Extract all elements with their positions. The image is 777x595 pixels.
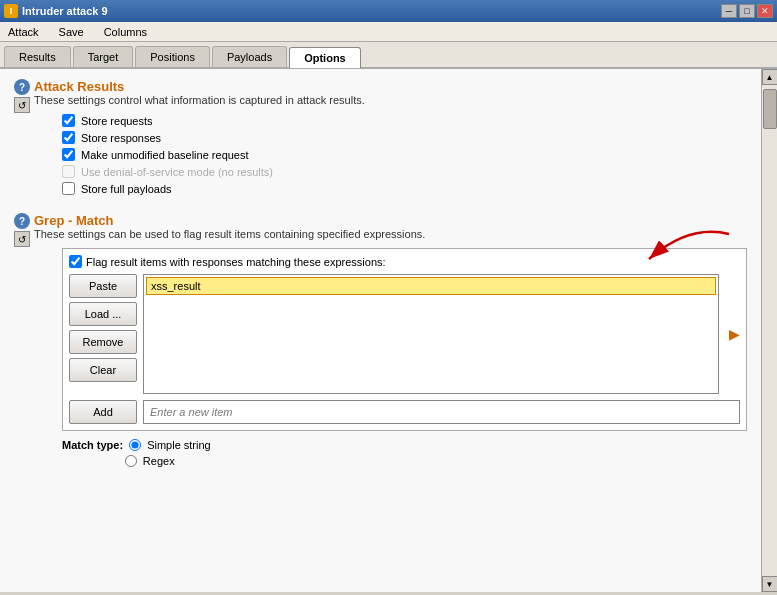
- app-icon: I: [4, 4, 18, 18]
- clear-button[interactable]: Clear: [69, 358, 137, 382]
- checkbox-baseline: Make unmodified baseline request: [62, 148, 747, 161]
- checkbox-store-requests-label: Store requests: [81, 115, 153, 127]
- attack-results-desc: These settings control what information …: [34, 94, 747, 106]
- match-simple-label: Simple string: [147, 439, 211, 451]
- maximize-button[interactable]: □: [739, 4, 755, 18]
- close-button[interactable]: ✕: [757, 4, 773, 18]
- scroll-thumb[interactable]: [763, 89, 777, 129]
- add-item-input[interactable]: [143, 400, 740, 424]
- minimize-button[interactable]: ─: [721, 4, 737, 18]
- remove-button[interactable]: Remove: [69, 330, 137, 354]
- title-bar: I Intruder attack 9 ─ □ ✕: [0, 0, 777, 22]
- menu-bar: Attack Save Columns: [0, 22, 777, 42]
- checkbox-full-payloads-input[interactable]: [62, 182, 75, 195]
- window-controls: ─ □ ✕: [721, 4, 773, 18]
- scroll-up-arrow[interactable]: ▲: [762, 69, 778, 85]
- tab-options[interactable]: Options: [289, 47, 361, 68]
- paste-button[interactable]: Paste: [69, 274, 137, 298]
- match-type-section: Match type: Simple string Match type: Re…: [62, 439, 747, 467]
- refresh-icon-attack[interactable]: ↺: [14, 97, 30, 113]
- checkbox-store-responses-input[interactable]: [62, 131, 75, 144]
- attack-results-section: ? ↺ Attack Results These settings contro…: [14, 79, 747, 199]
- checkbox-dos: Use denial-of-service mode (no results): [62, 165, 747, 178]
- scroll-down-arrow[interactable]: ▼: [762, 576, 778, 592]
- grep-content: Paste Load ... Remove Clear xss_result: [69, 274, 740, 394]
- grep-buttons: Paste Load ... Remove Clear: [69, 274, 137, 394]
- checkbox-store-requests-input[interactable]: [62, 114, 75, 127]
- scroll-track[interactable]: [762, 85, 777, 576]
- grep-match-section: ? ↺ Grep - Match These settings can be u…: [14, 213, 747, 471]
- checkbox-store-requests: Store requests: [62, 114, 747, 127]
- grep-match-desc: These settings can be used to flag resul…: [34, 228, 747, 240]
- scrollbar[interactable]: ▲ ▼: [761, 69, 777, 592]
- grep-box: Flag result items with responses matchin…: [62, 248, 747, 431]
- grep-flag-checkbox[interactable]: [69, 255, 82, 268]
- tab-payloads[interactable]: Payloads: [212, 46, 287, 67]
- tabs-bar: Results Target Positions Payloads Option…: [0, 42, 777, 69]
- main-content: ? ↺ Attack Results These settings contro…: [0, 69, 777, 592]
- load-button[interactable]: Load ...: [69, 302, 137, 326]
- expand-arrow[interactable]: ▶: [725, 274, 740, 394]
- checkbox-dos-input: [62, 165, 75, 178]
- match-simple-radio[interactable]: [129, 439, 141, 451]
- checkbox-baseline-label: Make unmodified baseline request: [81, 149, 249, 161]
- grep-flag-header: Flag result items with responses matchin…: [69, 255, 740, 268]
- attack-results-title: Attack Results: [34, 79, 747, 94]
- menu-attack[interactable]: Attack: [4, 24, 43, 40]
- menu-columns[interactable]: Columns: [100, 24, 151, 40]
- help-icon-grep[interactable]: ?: [14, 213, 30, 229]
- match-regex-label: Regex: [143, 455, 175, 467]
- grep-flag-label: Flag result items with responses matchin…: [86, 256, 386, 268]
- tab-positions[interactable]: Positions: [135, 46, 210, 67]
- checkbox-dos-label: Use denial-of-service mode (no results): [81, 166, 273, 178]
- content-area: ? ↺ Attack Results These settings contro…: [0, 69, 761, 592]
- checkbox-full-payloads: Store full payloads: [62, 182, 747, 195]
- window-title: Intruder attack 9: [22, 5, 108, 17]
- tab-results[interactable]: Results: [4, 46, 71, 67]
- grep-list-area: xss_result: [143, 274, 719, 394]
- menu-save[interactable]: Save: [55, 24, 88, 40]
- match-type-label-row: Match type: Simple string: [62, 439, 747, 451]
- checkbox-store-responses-label: Store responses: [81, 132, 161, 144]
- tab-target[interactable]: Target: [73, 46, 134, 67]
- match-regex-row: Match type: Regex: [62, 455, 747, 467]
- checkbox-baseline-input[interactable]: [62, 148, 75, 161]
- grep-match-title: Grep - Match: [34, 213, 747, 228]
- add-row: Add: [69, 400, 740, 424]
- help-icon-attack[interactable]: ?: [14, 79, 30, 95]
- match-regex-radio[interactable]: [125, 455, 137, 467]
- refresh-icon-grep[interactable]: ↺: [14, 231, 30, 247]
- grep-list-item[interactable]: xss_result: [146, 277, 716, 295]
- match-type-label: Match type:: [62, 439, 123, 451]
- checkbox-full-payloads-label: Store full payloads: [81, 183, 172, 195]
- checkbox-store-responses: Store responses: [62, 131, 747, 144]
- add-button[interactable]: Add: [69, 400, 137, 424]
